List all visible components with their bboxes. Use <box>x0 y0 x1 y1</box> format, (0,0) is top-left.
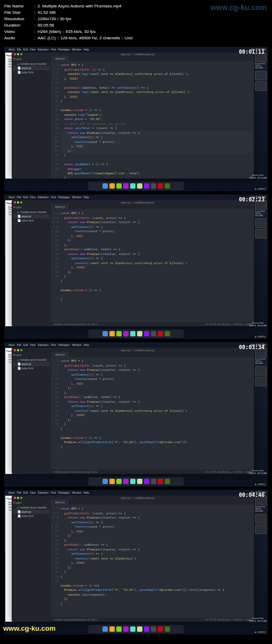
sidebar-file-index-html[interactable]: 📄 index.html <box>13 70 49 74</box>
dock-app-icon[interactable] <box>137 479 142 484</box>
menu-help[interactable]: Help <box>83 491 89 494</box>
dock-app-icon[interactable] <box>144 626 149 632</box>
menu-find[interactable]: Find <box>51 491 56 494</box>
maximize-icon[interactable] <box>20 201 22 204</box>
dock-app-icon[interactable] <box>130 183 135 189</box>
menu-packages[interactable]: Packages <box>58 48 70 51</box>
dock-app-icon[interactable] <box>158 183 163 189</box>
sidebar-folder[interactable]: ▸ multiple-async-handler <box>13 358 49 362</box>
code-editor[interactable]: 1 2 3 4 5 6 7 8 9 10 11 12 13 14 15 16 1… <box>51 357 254 470</box>
screenshot-thumb[interactable] <box>255 366 267 376</box>
dock-app-icon[interactable] <box>109 183 115 189</box>
dock-app-icon[interactable] <box>137 331 142 336</box>
maximize-icon[interactable] <box>20 497 22 499</box>
menu-selection[interactable]: Selection <box>38 491 49 494</box>
tab-async-js[interactable]: async.js <box>51 352 70 357</box>
menu-file[interactable]: File <box>17 196 21 199</box>
menu-selection[interactable]: Selection <box>38 196 49 199</box>
sidebar-file-index-html[interactable]: 📄 index.html <box>13 366 49 370</box>
screenshot-thumb[interactable] <box>255 81 267 91</box>
dock-app-icon[interactable] <box>103 626 108 632</box>
macos-dock[interactable] <box>88 182 184 190</box>
sidebar-file-index-html[interactable]: 📄 index.html <box>13 218 49 223</box>
macos-dock[interactable] <box>88 625 184 633</box>
sidebar-file-index-html[interactable]: 📄 index.html <box>13 514 49 518</box>
code-lines[interactable]: const API = { getProductInfo: (count, pr… <box>61 211 252 320</box>
macos-dock[interactable] <box>88 477 184 486</box>
menu-help[interactable]: Help <box>83 343 89 346</box>
minimize-icon[interactable] <box>17 53 19 55</box>
dock-app-icon[interactable] <box>130 331 135 336</box>
sidebar-file-async-js[interactable]: 📄 async.js <box>13 66 49 70</box>
dock-app-icon[interactable] <box>130 479 135 484</box>
close-icon[interactable] <box>14 349 16 351</box>
screenshot-thumb[interactable] <box>255 524 267 534</box>
dock-app-icon[interactable] <box>116 479 122 484</box>
dock-app-icon[interactable] <box>116 626 122 632</box>
close-icon[interactable] <box>14 53 16 55</box>
menu-selection[interactable]: Selection <box>38 343 49 346</box>
dock-app-icon[interactable] <box>137 626 142 632</box>
minimize-icon[interactable] <box>17 349 19 351</box>
tab-async-js[interactable]: async.js <box>51 499 70 505</box>
dock-app-icon[interactable] <box>165 626 170 632</box>
screenshot-thumb[interactable] <box>255 71 267 80</box>
maximize-icon[interactable] <box>20 53 22 55</box>
menu-edit[interactable]: Edit <box>23 196 28 199</box>
menu-window[interactable]: Window <box>72 196 81 199</box>
menu-find[interactable]: Find <box>51 196 56 199</box>
menu-packages[interactable]: Packages <box>58 491 70 494</box>
dock-app-icon[interactable] <box>116 331 122 336</box>
minimize-icon[interactable] <box>17 201 19 204</box>
menu-help[interactable]: Help <box>83 48 89 51</box>
dock-app-icon[interactable] <box>109 479 115 484</box>
close-icon[interactable] <box>14 497 16 499</box>
dock-app-icon[interactable] <box>144 331 149 336</box>
project-sidebar[interactable]: Project ▸ multiple-async-handler 📄 async… <box>12 204 51 326</box>
minimize-icon[interactable] <box>17 497 19 499</box>
sidebar-folder[interactable]: ▸ multiple-async-handler <box>13 505 49 510</box>
screenshot-thumb[interactable] <box>255 229 267 239</box>
tab-async-js[interactable]: async.js <box>51 204 70 209</box>
menu-app[interactable]: Atom <box>8 48 15 51</box>
dock-app-icon[interactable] <box>158 331 163 336</box>
menu-view[interactable]: View <box>30 491 36 494</box>
code-editor[interactable]: 1 2 3 4 5 6 7 8 9 10 11 12 13 14 15 16 1… <box>51 61 254 179</box>
dock-app-icon[interactable] <box>103 331 108 336</box>
tab-async-js[interactable]: async.js <box>51 56 70 61</box>
dock-app-icon[interactable] <box>158 479 163 484</box>
menu-app[interactable]: Atom <box>8 491 15 494</box>
dock-app-icon[interactable] <box>123 183 129 189</box>
close-icon[interactable] <box>14 201 16 204</box>
dock-app-icon[interactable] <box>165 183 170 189</box>
screenshot-thumb[interactable] <box>255 514 267 523</box>
menu-view[interactable]: View <box>30 343 36 346</box>
menu-file[interactable]: File <box>17 48 21 51</box>
dock-app-icon[interactable] <box>165 331 170 336</box>
screenshot-thumb[interactable] <box>255 218 267 228</box>
dock-app-icon[interactable] <box>151 183 156 189</box>
code-editor[interactable]: 1 2 3 4 5 6 7 8 9 10 11 12 13 14 15 16 1… <box>51 505 254 617</box>
dock-app-icon[interactable] <box>130 626 135 632</box>
menu-packages[interactable]: Packages <box>58 343 70 346</box>
code-lines[interactable]: const API = { getProductInfo: (count, pr… <box>61 359 252 468</box>
dock-app-icon[interactable] <box>151 331 156 336</box>
menu-app[interactable]: Atom <box>8 343 15 346</box>
menu-find[interactable]: Find <box>51 48 56 51</box>
sidebar-file-async-js[interactable]: 📄 async.js <box>13 510 49 514</box>
menu-window[interactable]: Window <box>72 48 81 51</box>
code-editor[interactable]: 1 2 3 4 5 6 7 8 9 10 11 12 13 14 15 16 1… <box>51 209 254 322</box>
project-sidebar[interactable]: Project ▸ multiple-async-handler 📄 async… <box>12 352 51 474</box>
dock-app-icon[interactable] <box>123 479 129 484</box>
dock-app-icon[interactable] <box>109 331 115 336</box>
project-sidebar[interactable]: Project ▸ multiple-async-handler 📄 async… <box>12 499 51 622</box>
menu-app[interactable]: Atom <box>8 196 15 199</box>
maximize-icon[interactable] <box>20 349 22 351</box>
sidebar-file-async-js[interactable]: 📄 async.js <box>13 362 49 366</box>
dock-app-icon[interactable] <box>103 479 108 484</box>
dock-app-icon[interactable] <box>144 479 149 484</box>
macos-dock[interactable] <box>88 329 184 338</box>
dock-app-icon[interactable] <box>116 183 122 189</box>
menu-edit[interactable]: Edit <box>23 491 28 494</box>
project-sidebar[interactable]: Project ▸ multiple-async-handler 📄 async… <box>12 56 51 179</box>
